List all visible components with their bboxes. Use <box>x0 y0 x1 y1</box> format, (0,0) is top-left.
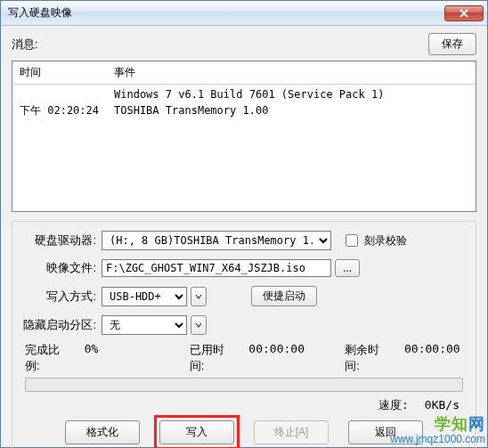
write-mode-select[interactable]: USB-HDD+ <box>102 287 187 306</box>
log-row: 下午 02:20:24 TOSHIBA TransMemory 1.00 <box>12 102 476 118</box>
write-mode-row: 写入方式: USB-HDD+ 便捷启动 <box>21 286 467 306</box>
messages-label: 消息: <box>12 37 38 53</box>
verify-label: 刻录校验 <box>364 233 407 248</box>
chevron-down-icon <box>195 293 202 300</box>
form-panel: 硬盘驱动器: (H:, 8 GB)TOSHIBA TransMemory 1.0… <box>12 221 476 448</box>
pct-value: 0% <box>85 342 147 374</box>
iso-row: 映像文件: ... <box>21 259 467 277</box>
watermark-brand-blue: 网 <box>468 415 485 433</box>
speed-row: 速度: 0KB/s <box>21 392 467 415</box>
elapsed-value: 00:00:00 <box>248 342 311 374</box>
write-mode-label: 写入方式: <box>21 289 102 305</box>
elapsed-label: 已用时间: <box>190 342 233 374</box>
remain-label: 剩余时间: <box>345 342 388 374</box>
watermark: 学知网 www.jmqz1000.com <box>390 416 485 445</box>
write-mode-more-button[interactable] <box>191 287 207 306</box>
remain-value: 00:00:00 <box>404 342 467 374</box>
chevron-down-icon <box>195 322 202 329</box>
drive-row: 硬盘驱动器: (H:, 8 GB)TOSHIBA TransMemory 1.0… <box>21 231 467 250</box>
iso-input[interactable] <box>102 259 331 277</box>
iso-browse-button[interactable]: ... <box>335 259 360 277</box>
verify-checkbox[interactable] <box>346 234 358 247</box>
window-title: 写入硬盘映像 <box>8 5 72 20</box>
messages-row: 消息: 保存 <box>12 33 476 55</box>
log-header-event: 事件 <box>110 65 476 80</box>
pct-label: 完成比例: <box>25 342 69 374</box>
log-cell-event: TOSHIBA TransMemory 1.00 <box>110 102 476 118</box>
watermark-brand: 学知网 <box>390 416 485 434</box>
content-area: 消息: 保存 时间 事件 Windows 7 v6.1 Build 7601 (… <box>1 26 487 448</box>
write-button[interactable]: 写入 <box>159 420 234 444</box>
watermark-brand-green: 学知 <box>435 415 468 433</box>
drive-label: 硬盘驱动器: <box>21 232 102 248</box>
progress-stats-row: 完成比例: 0% 已用时间: 00:00:00 剩余时间: 00:00:00 <box>21 342 467 374</box>
drive-select[interactable]: (H:, 8 GB)TOSHIBA TransMemory 1.00 <box>102 231 331 250</box>
log-cell-time: 下午 02:20:24 <box>12 102 110 118</box>
log-cell-time <box>12 86 110 102</box>
log-row: Windows 7 v6.1 Build 7601 (Service Pack … <box>12 86 476 102</box>
speed-value: 0KB/s <box>425 398 460 411</box>
titlebar: 写入硬盘映像 <box>1 1 487 26</box>
hide-boot-label: 隐藏启动分区: <box>21 317 102 333</box>
log-header: 时间 事件 <box>12 61 476 85</box>
progress-bar <box>25 378 463 392</box>
log-listview[interactable]: 时间 事件 Windows 7 v6.1 Build 7601 (Service… <box>12 61 476 212</box>
speed-label: 速度: <box>378 398 409 411</box>
hide-boot-row: 隐藏启动分区: 无 <box>21 315 467 335</box>
hide-boot-more-button[interactable] <box>191 315 207 335</box>
verify-checkbox-wrap: 刻录校验 <box>342 232 407 249</box>
quick-boot-button[interactable]: 便捷启动 <box>251 286 317 306</box>
save-button[interactable]: 保存 <box>428 33 476 55</box>
log-body: Windows 7 v6.1 Build 7601 (Service Pack … <box>12 85 476 120</box>
hide-boot-select[interactable]: 无 <box>102 315 187 335</box>
abort-button: 终止[A] <box>254 420 329 444</box>
iso-label: 映像文件: <box>21 260 102 276</box>
dialog-window: 写入硬盘映像 消息: 保存 时间 事件 Windows 7 v6.1 Build… <box>0 0 488 448</box>
close-button[interactable] <box>444 5 484 21</box>
log-header-time: 时间 <box>12 65 110 80</box>
watermark-url: www.jmqz1000.com <box>390 434 485 445</box>
format-button[interactable]: 格式化 <box>65 420 140 444</box>
close-icon <box>460 9 468 18</box>
log-cell-event: Windows 7 v6.1 Build 7601 (Service Pack … <box>110 86 476 102</box>
